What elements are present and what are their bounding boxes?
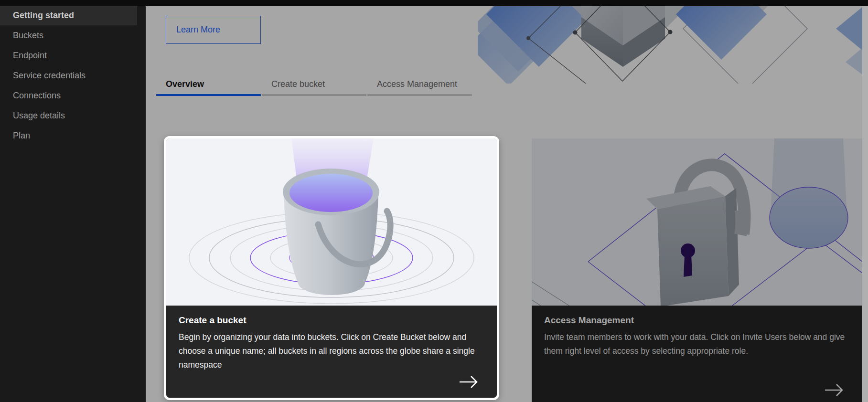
card-footer: Create a bucket Begin by organizing your… [166,306,497,398]
sidebar: Getting started Buckets Endpoint Service… [0,0,146,402]
main-content: Learn More Overview Create bucket Access… [146,0,868,402]
sidebar-item-endpoint[interactable]: Endpoint [0,45,137,65]
card-description: Begin by organizing your data into bucke… [179,330,484,372]
sidebar-item-buckets[interactable]: Buckets [0,25,137,45]
sidebar-item-service-credentials[interactable]: Service credentials [0,65,137,85]
create-bucket-card[interactable]: Create a bucket Begin by organizing your… [164,136,499,400]
sidebar-item-usage-details[interactable]: Usage details [0,106,137,126]
card-title: Create a bucket [179,315,484,326]
vertical-scrollbar[interactable] [862,6,868,402]
sidebar-item-connections[interactable]: Connections [0,85,137,106]
sidebar-item-getting-started[interactable]: Getting started [0,6,137,25]
arrow-right-icon[interactable] [458,375,480,389]
sidebar-item-plan[interactable]: Plan [0,126,137,146]
top-strip [0,0,868,6]
bucket-illustration [166,138,497,306]
app-window: Getting started Buckets Endpoint Service… [0,0,868,402]
